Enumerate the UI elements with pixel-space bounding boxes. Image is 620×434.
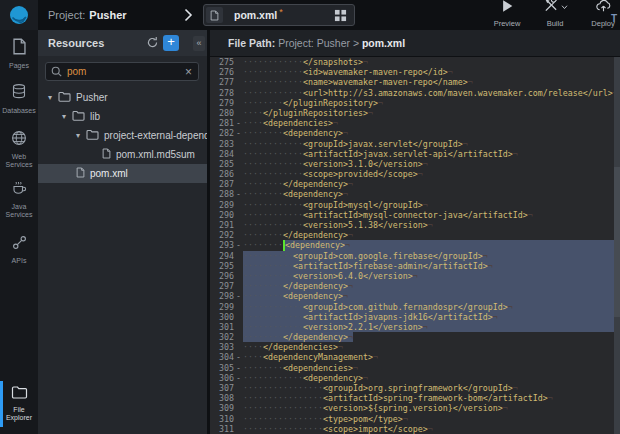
add-resource-button[interactable]: +	[163, 35, 179, 51]
expand-arrow-icon[interactable]: ▾	[62, 112, 72, 121]
line-content[interactable]: ····</pluginRepositories>¬	[243, 108, 620, 118]
line-content[interactable]: ················<groupId>org.springframe…	[243, 383, 620, 393]
line-content[interactable]: ············<version>3.1.0</version>¬	[243, 159, 620, 169]
build-button[interactable]: Build	[536, 2, 574, 30]
sidebar-item-file-explorer[interactable]: File Explorer	[0, 385, 38, 421]
line-content[interactable]: ········<dependency>¬	[243, 128, 620, 138]
line-content[interactable]: ··········<version>6.4.0</version>¬	[243, 271, 620, 281]
code-line-280[interactable]: 280····</pluginRepositories>¬	[210, 108, 620, 118]
code-line-304[interactable]: 304-····<dependencyManagement>¬	[210, 352, 620, 362]
code-line-275[interactable]: 275············</snapshots>¬	[210, 57, 620, 67]
line-content[interactable]: ····<dependencies>¬	[243, 118, 620, 128]
code-line-300[interactable]: 300············<artifactId>javapns-jdk16…	[210, 312, 620, 322]
code-line-306[interactable]: 306-············<dependency>¬	[210, 373, 620, 383]
line-content[interactable]: ············<artifactId>javax.servlet-ap…	[243, 149, 620, 159]
code-line-287[interactable]: 287········</dependency>¬	[210, 179, 620, 189]
line-content[interactable]: ············<artifactId>javapns-jdk16</a…	[243, 312, 620, 322]
code-line-276[interactable]: 276············<id>wavemaker-maven-repo<…	[210, 67, 620, 77]
code-line-285[interactable]: 285············<version>3.1.0</version>¬	[210, 159, 620, 169]
code-line-296[interactable]: 296··········<version>6.4.0</version>¬	[210, 271, 620, 281]
line-content[interactable]: ················<artifactId>spring-frame…	[243, 393, 620, 403]
line-content[interactable]: ············<groupId>javax.servlet</grou…	[243, 139, 620, 149]
code-line-283[interactable]: 283············<groupId>javax.servlet</g…	[210, 139, 620, 149]
code-line-309[interactable]: 309················<version>${spring.ver…	[210, 403, 620, 413]
line-content[interactable]: ············<scope>provided</scope>¬	[243, 169, 620, 179]
code-area[interactable]: 275············</snapshots>¬276·········…	[210, 57, 620, 434]
code-line-282[interactable]: 282-········<dependency>¬	[210, 128, 620, 138]
line-content[interactable]: ············<dependency>¬	[243, 373, 620, 383]
code-line-281[interactable]: 281-····<dependencies>¬	[210, 118, 620, 128]
code-line-305[interactable]: 305-········<dependencies>¬	[210, 363, 620, 373]
line-content[interactable]: ············<groupId>com.github.fernando…	[243, 302, 620, 312]
code-line-308[interactable]: 308················<artifactId>spring-fr…	[210, 393, 620, 403]
code-line-278[interactable]: 278············<url>http://s3.amazonaws.…	[210, 88, 620, 98]
line-content[interactable]: ··········<artifactId>firebase-admin</ar…	[243, 261, 620, 271]
line-content[interactable]: ············<artifactId>mysql-connector-…	[243, 210, 620, 220]
line-content[interactable]: ············<version>5.1.38</version>¬	[243, 220, 620, 230]
line-content[interactable]: ············<version>2.2.1</version>¬	[243, 322, 620, 332]
collapse-panel-button[interactable]: «	[193, 36, 205, 51]
line-content[interactable]: ····<dependencyManagement>¬	[243, 352, 620, 362]
line-content[interactable]: ············<id>wavemaker-maven-repo</id…	[243, 67, 620, 77]
line-content[interactable]: ········</dependency>¬	[243, 281, 620, 291]
fold-marker[interactable]: -	[234, 363, 243, 373]
code-line-288[interactable]: 288-········<dependency>¬	[210, 189, 620, 199]
tree-item-lib[interactable]: ▾lib	[38, 107, 207, 126]
tree-item-project-external-dependencies[interactable]: ▾project-external-dependencies	[38, 126, 207, 145]
code-line-294[interactable]: 294··········<groupId>com.google.firebas…	[210, 251, 620, 261]
fold-marker[interactable]: -	[234, 128, 243, 138]
sidebar-item-apis[interactable]: APIs	[0, 235, 38, 265]
line-content[interactable]: ················<scope>import</scope>¬	[243, 424, 620, 434]
code-line-310[interactable]: 310················<type>pom</type>¬	[210, 414, 620, 424]
tree-item-pusher[interactable]: ▾Pusher	[38, 88, 207, 107]
line-content[interactable]: ····</dependencies>¬	[243, 342, 620, 352]
search-input[interactable]	[67, 66, 185, 77]
code-line-293[interactable]: 293-········<dependency>¬	[210, 240, 620, 250]
app-logo[interactable]	[0, 0, 38, 30]
code-line-292[interactable]: 292········</dependency>¬	[210, 230, 620, 240]
code-line-289[interactable]: 289············<groupId>mysql</groupId>¬	[210, 200, 620, 210]
code-line-284[interactable]: 284············<artifactId>javax.servlet…	[210, 149, 620, 159]
line-content[interactable]: ··········<groupId>com.google.firebase</…	[243, 251, 620, 261]
code-line-301[interactable]: 301············<version>2.2.1</version>¬	[210, 322, 620, 332]
line-content[interactable]: ············<url>http://s3.amazonaws.com…	[243, 88, 620, 98]
editor-scrollbar[interactable]	[614, 57, 620, 434]
tree-item-pom-xml-md5sum[interactable]: pom.xml.md5sum	[38, 145, 207, 164]
scrollbar-thumb[interactable]	[614, 167, 620, 317]
preview-button[interactable]: Preview	[488, 2, 526, 30]
tab-pom-xml[interactable]: pom.xml *	[203, 4, 355, 26]
grid-view-icon[interactable]	[334, 9, 347, 22]
fold-marker[interactable]: -	[234, 352, 243, 362]
line-content[interactable]: ················<version>${spring.versio…	[243, 403, 620, 413]
code-line-279[interactable]: 279········</pluginRepository>¬	[210, 98, 620, 108]
clear-search-icon[interactable]: ×	[185, 65, 192, 79]
line-content[interactable]: ············<groupId>mysql</groupId>¬	[243, 200, 620, 210]
code-line-303[interactable]: 303····</dependencies>¬	[210, 342, 620, 352]
code-line-277[interactable]: 277············<name>wavemaker-maven-rep…	[210, 77, 620, 87]
tree-item-pom-xml[interactable]: pom.xml	[38, 164, 207, 183]
fold-marker[interactable]: -	[234, 240, 243, 250]
line-content[interactable]: ············</snapshots>¬	[243, 57, 620, 67]
line-content[interactable]: ········<dependencies>¬	[243, 363, 620, 373]
fold-marker[interactable]: -	[234, 118, 243, 128]
refresh-icon[interactable]	[146, 36, 159, 49]
fold-marker[interactable]: -	[234, 373, 243, 383]
code-line-311[interactable]: 311················<scope>import</scope>…	[210, 424, 620, 434]
line-content[interactable]: ········<dependency>¬	[243, 189, 620, 199]
sidebar-item-databases[interactable]: Databases	[0, 83, 38, 115]
code-line-299[interactable]: 299············<groupId>com.github.ferna…	[210, 302, 620, 312]
expand-arrow-icon[interactable]: ▾	[76, 131, 86, 140]
code-line-295[interactable]: 295··········<artifactId>firebase-admin<…	[210, 261, 620, 271]
line-content[interactable]: ········</dependency>¬	[243, 332, 620, 342]
code-line-290[interactable]: 290············<artifactId>mysql-connect…	[210, 210, 620, 220]
line-content[interactable]: ········</pluginRepository>¬	[243, 98, 620, 108]
code-line-286[interactable]: 286············<scope>provided</scope>¬	[210, 169, 620, 179]
line-content[interactable]: ········</dependency>¬	[243, 179, 620, 189]
line-content[interactable]: ········<dependency>¬	[243, 291, 620, 301]
sidebar-item-java-services[interactable]: Java Services	[0, 180, 38, 218]
fold-marker[interactable]: -	[234, 189, 243, 199]
code-line-291[interactable]: 291············<version>5.1.38</version>…	[210, 220, 620, 230]
code-line-298[interactable]: 298-········<dependency>¬	[210, 291, 620, 301]
sidebar-item-web-services[interactable]: Web Services	[0, 130, 38, 168]
line-content[interactable]: ········<dependency>¬	[243, 240, 620, 250]
